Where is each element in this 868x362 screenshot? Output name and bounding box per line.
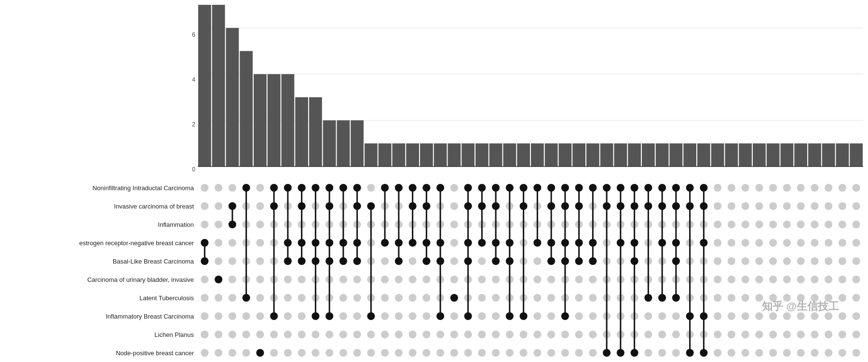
dot-grid (198, 179, 863, 362)
y-tick-2: 2 (192, 121, 195, 128)
row-label-4: Basal-Like Breast Carcinoma (0, 252, 198, 270)
row-label-9: Node-positive breast cancer (0, 344, 198, 362)
y-tick-6: 6 (192, 31, 195, 38)
row-label-2: Inflammation (0, 215, 198, 234)
y-axis: 0 2 4 6 (178, 5, 198, 176)
y-tick-0: 0 (192, 166, 195, 173)
row-label-0: Noninfiltrating Intraductal Carcinoma (0, 179, 198, 197)
row-label-8: Lichen Planus (0, 325, 198, 344)
watermark: 知乎 @生信技工 (762, 299, 839, 314)
chart-container: 0 2 4 6 Noninfiltrating Intraductal Carc… (0, 0, 868, 362)
row-label-6: Latent Tuberculosis (0, 289, 198, 307)
row-label-7: Inflammatory Breast Carcinoma (0, 307, 198, 325)
bar-chart (198, 5, 863, 176)
row-labels: Noninfiltrating Intraductal CarcinomaInv… (0, 179, 198, 362)
row-label-1: Invasive carcinoma of breast (0, 197, 198, 215)
y-tick-4: 4 (192, 76, 195, 83)
row-label-5: Carcinoma of urinary bladder, invasive (0, 270, 198, 289)
bar-canvas (198, 5, 863, 176)
dot-canvas (198, 179, 863, 362)
row-label-3: estrogen receptor-negative breast cancer (0, 234, 198, 252)
